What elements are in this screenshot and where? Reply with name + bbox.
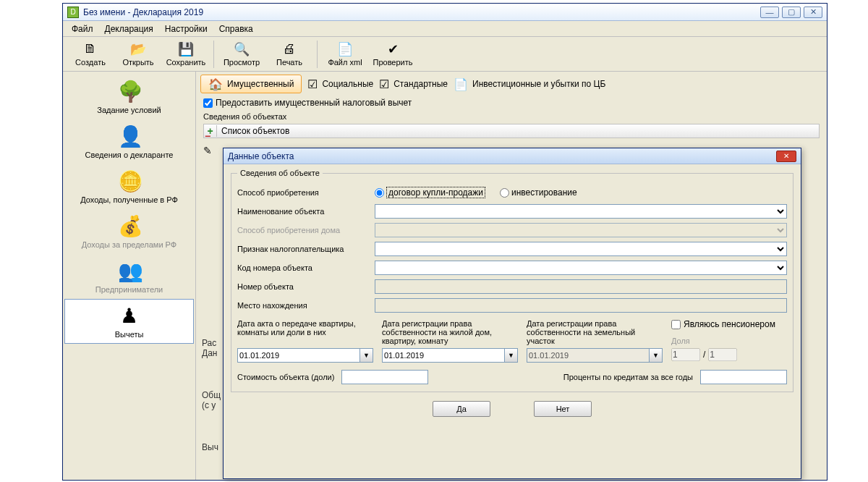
object-data-dialog: Данные объекта ✕ Сведения об объекте Спо… — [223, 148, 801, 479]
object-name-label: Наименование объекта — [237, 207, 375, 216]
xml-button[interactable]: 📄Файл xml — [322, 38, 368, 70]
menubar: Файл Декларация Настройки Справка — [63, 21, 827, 37]
window-title: Без имени - Декларация 2019 — [83, 7, 760, 17]
check-square-icon: ☑ — [307, 77, 318, 91]
print-button[interactable]: 🖨Печать — [266, 38, 312, 70]
check-icon: ✔ — [386, 42, 400, 56]
tab-investment[interactable]: 📄Инвестиционные и убытки по ЦБ — [454, 77, 605, 91]
radio-purchase[interactable]: договор купли-продажи — [375, 187, 485, 198]
share-numerator — [671, 348, 700, 361]
number-code-select[interactable] — [375, 261, 787, 275]
cost-label: Стоимость объекта (доли) — [237, 373, 334, 381]
date1-dropdown[interactable]: ▼ — [360, 348, 373, 363]
object-number-input — [375, 279, 787, 294]
house-method-select — [375, 223, 787, 237]
create-button[interactable]: 🗎Создать — [67, 38, 114, 70]
date2-label: Дата регистрации права собственности на … — [382, 319, 518, 348]
date3-label: Дата регистрации права собственности на … — [527, 319, 663, 348]
cancel-button[interactable]: Нет — [534, 401, 592, 417]
dialog-close-button[interactable]: ✕ — [776, 151, 796, 162]
share-label: Доля — [671, 337, 787, 345]
number-code-label: Код номера объекта — [237, 263, 375, 272]
location-label: Место нахождения — [237, 301, 375, 310]
check-button[interactable]: ✔Проверить — [370, 38, 416, 70]
object-name-select[interactable] — [375, 204, 787, 219]
remove-object-button[interactable]: − — [202, 131, 213, 143]
close-button[interactable]: ✕ — [804, 7, 822, 18]
save-button[interactable]: 💾Сохранить — [163, 38, 209, 70]
menu-file[interactable]: Файл — [67, 22, 98, 35]
date3-input — [527, 348, 650, 363]
menu-declaration[interactable]: Декларация — [101, 22, 158, 35]
menu-help[interactable]: Справка — [215, 22, 258, 35]
sidebar-deductions[interactable]: ♟Вычеты — [64, 299, 194, 344]
sidebar: 🌳Задание условий 👤Сведения о декларанте … — [63, 72, 196, 480]
interest-label: Проценты по кредитам за все годы — [563, 373, 693, 381]
titlebar: D Без имени - Декларация 2019 — ▢ ✕ — [63, 4, 827, 21]
objects-list-header: + Список объектов — [203, 124, 820, 138]
date1-input[interactable] — [237, 348, 360, 363]
dialog-titlebar: Данные объекта ✕ — [224, 148, 801, 164]
date2-input[interactable] — [382, 348, 505, 363]
save-icon: 💾 — [179, 42, 193, 56]
briefcase-icon: 👥 — [118, 259, 141, 282]
share-denominator — [708, 348, 737, 361]
object-fieldset: Сведения об объекте Способ приобретения … — [231, 169, 793, 392]
pensioner-checkbox[interactable] — [671, 320, 681, 329]
open-icon: 📂 — [131, 42, 145, 56]
maximize-button[interactable]: ▢ — [782, 7, 801, 18]
tab-standard[interactable]: ☑Стандартные — [379, 77, 448, 91]
objects-section-label: Сведения об объектах — [197, 111, 825, 122]
sidebar-income-rf[interactable]: 🪙Доходы, полученные в РФ — [64, 164, 194, 209]
cost-input[interactable] — [341, 370, 428, 384]
xml-icon: 📄 — [338, 42, 352, 56]
list-header-text: Список объектов — [217, 126, 294, 136]
chess-icon: ♟ — [118, 304, 141, 327]
house-method-label: Способ приобретения дома — [237, 226, 375, 234]
taxpayer-sign-label: Признак налогоплательщика — [237, 245, 375, 253]
truncated-labels: РасДан Общ(с у Выч — [202, 338, 221, 482]
ok-button[interactable]: Да — [433, 401, 490, 417]
tab-social[interactable]: ☑Социальные — [307, 77, 373, 91]
interest-input[interactable] — [700, 370, 787, 384]
location-input — [375, 298, 787, 313]
doc-icon: 📄 — [454, 77, 468, 91]
pensioner-checkbox-label[interactable]: Являюсь пенсионером — [671, 319, 787, 329]
open-button[interactable]: 📂Открыть — [115, 38, 161, 70]
tree-icon: 🌳 — [118, 80, 141, 103]
dialog-title: Данные объекта — [228, 151, 294, 161]
sidebar-conditions[interactable]: 🌳Задание условий — [64, 75, 194, 119]
toolbar: 🗎Создать 📂Открыть 💾Сохранить 🔍Просмотр 🖨… — [63, 37, 827, 72]
sidebar-entrepreneur: 👥Предприниматели — [64, 254, 194, 299]
acq-method-label: Способ приобретения — [237, 188, 375, 197]
date2-dropdown[interactable]: ▼ — [505, 348, 518, 363]
menu-settings[interactable]: Настройки — [161, 22, 212, 35]
edit-object-button[interactable]: ✎ — [202, 145, 213, 157]
check-square-icon: ☑ — [379, 77, 389, 91]
radio-invest[interactable]: инвестирование — [500, 187, 577, 198]
provide-deduction-label: Предоставить имущественный налоговый выч… — [216, 98, 412, 108]
person-icon: 👤 — [118, 124, 141, 148]
print-icon: 🖨 — [282, 42, 297, 56]
taxpayer-sign-select[interactable] — [375, 242, 787, 256]
tab-property[interactable]: 🏠Имущественный — [200, 75, 302, 93]
date1-label: Дата акта о передаче квартиры, комнаты и… — [237, 319, 373, 348]
fieldset-legend: Сведения об объекте — [237, 169, 323, 177]
provide-deduction-checkbox[interactable] — [203, 98, 213, 108]
preview-button[interactable]: 🔍Просмотр — [218, 38, 265, 70]
house-icon: 🏠 — [208, 77, 223, 91]
date3-dropdown[interactable]: ▼ — [650, 348, 663, 363]
new-icon: 🗎 — [83, 42, 98, 56]
bag-icon: 💰 — [118, 214, 141, 237]
sidebar-declarant[interactable]: 👤Сведения о декларанте — [64, 119, 194, 164]
sidebar-income-abroad: 💰Доходы за пределами РФ — [64, 209, 194, 254]
minimize-button[interactable]: — — [760, 7, 779, 18]
object-number-label: Номер объекта — [237, 282, 375, 291]
coins-icon: 🪙 — [118, 169, 141, 193]
preview-icon: 🔍 — [234, 42, 249, 56]
app-icon: D — [67, 7, 79, 18]
